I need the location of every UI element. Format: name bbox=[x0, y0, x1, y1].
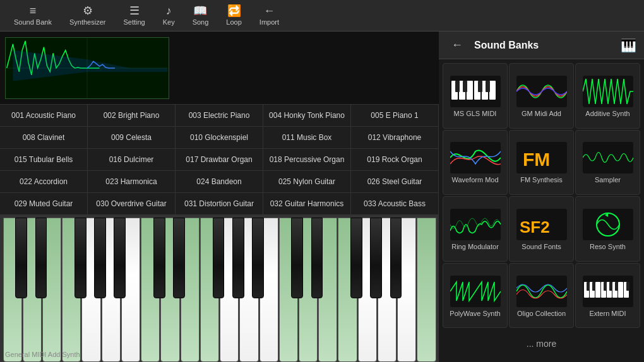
bank-icon-reso-synth bbox=[583, 209, 633, 240]
instrument-cell[interactable]: 031 Distortion Guitar bbox=[176, 193, 263, 215]
bank-item-ms-gls-midi[interactable]: MS GLS MIDI bbox=[443, 63, 508, 129]
instrument-cell[interactable]: 010 Glockenspiel bbox=[176, 127, 263, 149]
piano-key-black[interactable] bbox=[232, 218, 244, 298]
piano-key-white[interactable] bbox=[417, 218, 436, 362]
instrument-cell[interactable]: 003 Electric Piano bbox=[176, 105, 263, 127]
bank-label-ms-gls-midi: MS GLS MIDI bbox=[454, 110, 497, 117]
svg-marker-2 bbox=[13, 50, 167, 81]
synthesizer-icon: ⚙ bbox=[83, 5, 93, 16]
more-banks-button[interactable]: ... more bbox=[443, 329, 640, 358]
bank-icon-polywave-synth bbox=[450, 276, 501, 307]
bank-icon-ring-modulator bbox=[450, 209, 501, 240]
toolbar-synthesizer-label: Synthesizer bbox=[69, 18, 105, 26]
bank-label-oligo-collection: Oligo Collection bbox=[517, 310, 566, 317]
piano-key-black[interactable] bbox=[173, 218, 185, 298]
instrument-cell[interactable]: 016 Dulcimer bbox=[88, 149, 176, 171]
bank-item-reso-synth[interactable]: Reso Synth bbox=[575, 196, 640, 262]
instrument-cell[interactable]: 011 Music Box bbox=[263, 127, 351, 149]
svg-rect-10 bbox=[455, 81, 460, 92]
piano-key-black[interactable] bbox=[291, 218, 303, 298]
bank-label-sound-fonts: Sound Fonts bbox=[522, 243, 561, 250]
bank-item-oligo-collection[interactable]: Oligo Collection bbox=[509, 263, 574, 329]
bank-item-ring-modulator[interactable]: Ring Modulator bbox=[443, 196, 508, 262]
instrument-cell[interactable]: 008 Clavinet bbox=[0, 127, 88, 149]
instrument-cell[interactable]: 030 Overdrive Guitar bbox=[88, 193, 176, 215]
bank-item-fm-synthesis[interactable]: FM FM Synthesis bbox=[509, 130, 574, 196]
instrument-cell[interactable]: 024 Bandeon bbox=[176, 171, 263, 193]
toolbar-sound-bank[interactable]: ≡ Sound Bank bbox=[5, 5, 61, 26]
instrument-cell[interactable]: 009 Celesta bbox=[88, 127, 176, 149]
instrument-cell[interactable]: 005 E Piano 1 bbox=[351, 105, 439, 127]
bank-icon-oligo-collection bbox=[516, 276, 567, 307]
instrument-grid: 001 Acoustic Piano002 Bright Piano003 El… bbox=[0, 104, 439, 215]
toolbar-loop[interactable]: 🔁 Loop bbox=[217, 5, 250, 26]
instrument-cell[interactable]: 002 Bright Piano bbox=[88, 105, 176, 127]
main-content: 001 Acoustic Piano002 Bright Piano003 El… bbox=[0, 32, 644, 362]
instrument-cell[interactable]: 033 Acoustic Bass bbox=[351, 193, 439, 215]
toolbar-synthesizer[interactable]: ⚙ Synthesizer bbox=[61, 5, 114, 26]
bank-icon-fm-synthesis: FM bbox=[516, 142, 567, 173]
piano-key-black[interactable] bbox=[311, 218, 323, 298]
instrument-cell[interactable]: 032 Guitar Harmonics bbox=[263, 193, 351, 215]
bank-item-additive-synth[interactable]: Additive Synth bbox=[575, 63, 640, 129]
instrument-cell[interactable]: 022 Accordion bbox=[0, 171, 88, 193]
piano-key-black[interactable] bbox=[213, 218, 225, 298]
piano-keys-container bbox=[0, 215, 439, 362]
instrument-cell[interactable]: 023 Harmonica bbox=[88, 171, 176, 193]
piano-key-black[interactable] bbox=[15, 218, 27, 298]
piano-key-black[interactable] bbox=[153, 218, 165, 298]
bank-item-sound-fonts[interactable]: SF2 Sound Fonts bbox=[509, 196, 574, 262]
bank-item-polywave-synth[interactable]: PolyWave Synth bbox=[443, 263, 508, 329]
instrument-cell[interactable]: 019 Rock Organ bbox=[351, 149, 439, 171]
piano-key-black[interactable] bbox=[114, 218, 126, 298]
bank-label-sampler: Sampler bbox=[595, 176, 621, 184]
piano-area[interactable]: General MIDI Add Synth bbox=[0, 215, 439, 362]
toolbar-import[interactable]: ← Import bbox=[251, 5, 288, 26]
piano-key-black[interactable] bbox=[252, 218, 264, 298]
piano-key-black[interactable] bbox=[35, 218, 47, 298]
piano-key-black[interactable] bbox=[94, 218, 106, 298]
bank-icon-gm-midi-add bbox=[516, 76, 567, 107]
toolbar-key[interactable]: ♪ Key bbox=[154, 5, 184, 26]
instrument-cell[interactable]: 004 Honky Tonk Piano bbox=[263, 105, 351, 127]
status-text: General MIDI Add Synth bbox=[5, 351, 80, 358]
svg-rect-34 bbox=[618, 282, 623, 298]
svg-rect-30 bbox=[595, 282, 600, 298]
svg-rect-41 bbox=[626, 282, 629, 291]
bank-label-additive-synth: Additive Synth bbox=[585, 110, 629, 117]
sound-banks-title: Sound Banks bbox=[474, 40, 539, 51]
bank-icon-waveform-mod bbox=[450, 142, 501, 173]
toolbar-song[interactable]: 📖 Song bbox=[184, 5, 218, 26]
instrument-cell[interactable]: 026 Steel Guitar bbox=[351, 171, 439, 193]
instrument-cell[interactable]: 029 Muted Guitar bbox=[0, 193, 88, 215]
toolbar-song-label: Song bbox=[193, 18, 209, 26]
piano-key-black[interactable] bbox=[390, 218, 402, 298]
instrument-cell[interactable]: 025 Nylon Guitar bbox=[263, 171, 351, 193]
toolbar-setting[interactable]: ☰ Setting bbox=[114, 5, 153, 26]
instrument-cell[interactable]: 012 Vibraphone bbox=[351, 127, 439, 149]
instrument-cell[interactable]: 017 Drawbar Organ bbox=[176, 149, 263, 171]
bank-item-gm-midi-add[interactable]: GM Midi Add bbox=[509, 63, 574, 129]
bank-icon-sampler bbox=[583, 142, 633, 173]
waveform-area bbox=[0, 32, 439, 104]
bank-item-sampler[interactable]: Sampler bbox=[575, 130, 640, 196]
bank-item-extern-midi[interactable]: Extern MIDI bbox=[575, 263, 640, 329]
bank-item-waveform-mod[interactable]: Waveform Mod bbox=[443, 130, 508, 196]
piano-key-black[interactable] bbox=[370, 218, 382, 298]
song-icon: 📖 bbox=[193, 5, 207, 16]
instrument-cell[interactable]: 018 Percussive Organ bbox=[263, 149, 351, 171]
instrument-cell[interactable]: 015 Tubular Bells bbox=[0, 149, 88, 171]
bank-label-fm-synthesis: FM Synthesis bbox=[520, 176, 563, 184]
waveform-display bbox=[5, 37, 169, 99]
toolbar: ≡ Sound Bank ⚙ Synthesizer ☰ Setting ♪ K… bbox=[0, 0, 644, 32]
svg-rect-12 bbox=[478, 81, 482, 92]
piano-icon: 🎹 bbox=[621, 38, 636, 53]
left-panel: 001 Acoustic Piano002 Bright Piano003 El… bbox=[0, 32, 439, 362]
bank-icon-additive-synth bbox=[583, 76, 633, 107]
back-button[interactable]: ← bbox=[446, 36, 468, 54]
piano-key-black[interactable] bbox=[350, 218, 362, 298]
svg-rect-38 bbox=[604, 282, 607, 291]
piano-key-black[interactable] bbox=[75, 218, 86, 298]
bank-label-reso-synth: Reso Synth bbox=[590, 243, 626, 250]
instrument-cell[interactable]: 001 Acoustic Piano bbox=[0, 105, 88, 127]
